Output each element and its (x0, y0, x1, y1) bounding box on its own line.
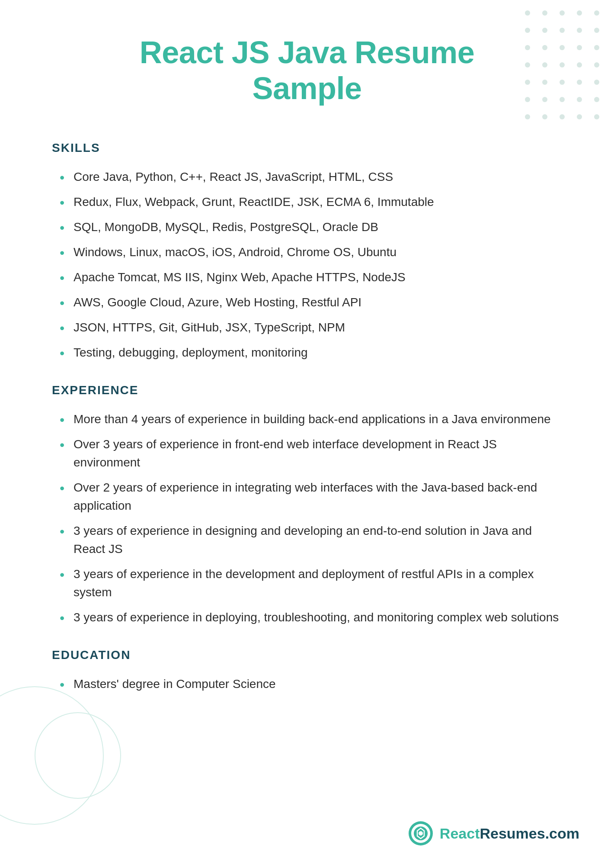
svg-point-31 (542, 114, 547, 119)
svg-point-7 (560, 28, 565, 33)
skills-section: SKILLS Core Java, Python, C++, React JS,… (52, 141, 562, 362)
svg-point-14 (594, 45, 599, 50)
list-item: Core Java, Python, C++, React JS, JavaSc… (56, 168, 562, 186)
svg-point-38 (419, 831, 423, 836)
experience-heading: EXPERIENCE (52, 383, 562, 397)
list-item: JSON, HTTPS, Git, GitHub, JSX, TypeScrip… (56, 318, 562, 337)
brand-footer: ReactResumes.com (408, 820, 579, 846)
svg-point-30 (525, 114, 530, 119)
svg-point-5 (525, 28, 530, 33)
svg-point-34 (594, 114, 599, 119)
svg-point-24 (594, 80, 599, 85)
experience-list: More than 4 years of experience in build… (52, 410, 562, 627)
svg-point-32 (560, 114, 565, 119)
decorative-circle-small (35, 712, 121, 799)
education-heading: EDUCATION (52, 648, 562, 662)
list-item: More than 4 years of experience in build… (56, 410, 562, 428)
brand-name: ReactResumes.com (440, 825, 579, 842)
svg-point-29 (594, 97, 599, 102)
svg-point-2 (560, 10, 565, 16)
list-item: Testing, debugging, deployment, monitori… (56, 344, 562, 362)
list-item: 3 years of experience in designing and d… (56, 522, 562, 558)
list-item: Over 2 years of experience in integratin… (56, 479, 562, 515)
list-item: Redux, Flux, Webpack, Grunt, ReactIDE, J… (56, 193, 562, 211)
decorative-circle-large (0, 686, 104, 825)
list-item: 3 years of experience in deploying, trou… (56, 608, 562, 627)
list-item: Over 3 years of experience in front-end … (56, 435, 562, 472)
education-section: EDUCATION Masters' degree in Computer Sc… (52, 648, 562, 693)
list-item: Masters' degree in Computer Science (56, 675, 562, 693)
svg-point-6 (542, 28, 547, 33)
svg-point-23 (577, 80, 582, 85)
svg-point-1 (542, 10, 547, 16)
svg-point-3 (577, 10, 582, 16)
list-item: SQL, MongoDB, MySQL, Redis, PostgreSQL, … (56, 218, 562, 236)
svg-point-18 (577, 62, 582, 68)
skills-list: Core Java, Python, C++, React JS, JavaSc… (52, 168, 562, 362)
education-list: Masters' degree in Computer Science (52, 675, 562, 693)
page-title: React JS Java Resume Sample (52, 35, 562, 106)
list-item: Windows, Linux, macOS, iOS, Android, Chr… (56, 243, 562, 261)
svg-point-9 (594, 28, 599, 33)
svg-point-33 (577, 114, 582, 119)
svg-point-13 (577, 45, 582, 50)
svg-point-28 (577, 97, 582, 102)
list-item: 3 years of experience in the development… (56, 565, 562, 601)
list-item: Apache Tomcat, MS IIS, Nginx Web, Apache… (56, 268, 562, 286)
svg-point-0 (525, 10, 530, 16)
brand-logo-icon (408, 820, 434, 846)
experience-section: EXPERIENCE More than 4 years of experien… (52, 383, 562, 627)
skills-heading: SKILLS (52, 141, 562, 155)
list-item: AWS, Google Cloud, Azure, Web Hosting, R… (56, 293, 562, 312)
resume-page: React JS Java Resume Sample SKILLS Core … (0, 0, 614, 868)
svg-point-4 (594, 10, 599, 16)
svg-point-19 (594, 62, 599, 68)
svg-point-8 (577, 28, 582, 33)
